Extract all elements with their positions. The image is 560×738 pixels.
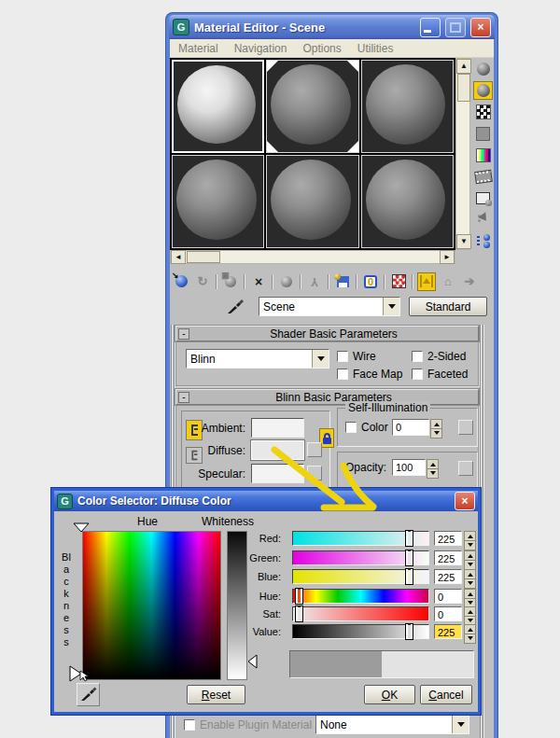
opacity-map-button[interactable] xyxy=(458,461,473,476)
sample-slot-5[interactable] xyxy=(266,155,358,248)
diffuse-color-swatch[interactable] xyxy=(251,440,304,460)
opacity-value-field[interactable]: 100 xyxy=(392,459,426,476)
blue-spinner[interactable] xyxy=(464,569,476,584)
sat-value-field[interactable]: 0 xyxy=(434,606,462,621)
material-type-button[interactable]: Standard xyxy=(409,297,487,316)
video-color-check-icon[interactable] xyxy=(473,146,493,164)
combo-dropdown-icon[interactable] xyxy=(383,298,399,315)
scroll-right-icon[interactable]: ► xyxy=(440,250,455,264)
slider-handle[interactable] xyxy=(406,550,413,565)
spinner-up-icon[interactable] xyxy=(430,419,442,429)
menu-material[interactable]: Material xyxy=(178,42,218,55)
sat-slider[interactable] xyxy=(292,606,429,621)
blinn-rollout-header[interactable]: - Blinn Basic Parameters xyxy=(175,389,479,405)
make-material-copy-icon[interactable] xyxy=(277,272,296,291)
assign-material-to-selection-icon[interactable]: ▣ xyxy=(221,272,240,291)
green-slider[interactable] xyxy=(292,550,429,565)
self-illum-color-checkbox[interactable] xyxy=(345,422,357,433)
backlight-icon[interactable] xyxy=(473,81,493,100)
red-slider[interactable] xyxy=(292,531,429,546)
scroll-up-icon[interactable]: ▲ xyxy=(456,59,471,74)
specular-map-button[interactable] xyxy=(307,466,322,480)
menu-navigation[interactable]: Navigation xyxy=(234,42,287,55)
sat-spinner[interactable] xyxy=(464,606,476,621)
scroll-left-icon[interactable]: ◄ xyxy=(171,250,186,264)
sample-screen-color-button[interactable] xyxy=(77,683,100,706)
sample-slot-2[interactable] xyxy=(266,60,358,153)
wire-checkbox[interactable] xyxy=(337,351,348,362)
make-unique-icon[interactable]: Y xyxy=(305,272,324,291)
whiteness-marker-icon[interactable] xyxy=(247,654,258,669)
self-illum-map-button[interactable] xyxy=(458,420,473,435)
put-material-to-scene-icon[interactable]: ↻ xyxy=(193,272,212,291)
red-spinner[interactable] xyxy=(464,531,476,546)
collapse-icon[interactable]: - xyxy=(178,328,189,340)
sample-slot-3[interactable] xyxy=(361,60,454,153)
red-value-field[interactable]: 225 xyxy=(434,531,462,546)
put-to-library-icon[interactable] xyxy=(333,272,352,291)
hue-blackness-gradient[interactable] xyxy=(82,531,221,680)
color-selector-titlebar[interactable]: G Color Selector: Diffuse Color × xyxy=(54,491,478,511)
material-id-channel-icon[interactable]: 0 xyxy=(361,272,380,291)
shader-type-combo[interactable]: Blinn xyxy=(186,349,329,369)
shader-rollout-header[interactable]: - Shader Basic Parameters xyxy=(175,326,479,341)
collapse-icon[interactable]: - xyxy=(178,392,189,403)
combo-dropdown-icon[interactable] xyxy=(452,716,469,733)
slider-handle[interactable] xyxy=(296,589,302,604)
opacity-spinner[interactable] xyxy=(427,459,439,476)
blue-value-field[interactable]: 225 xyxy=(434,569,462,584)
self-illum-spinner[interactable] xyxy=(430,419,442,436)
hue-spinner[interactable] xyxy=(464,589,476,604)
slider-handle[interactable] xyxy=(406,624,413,639)
scroll-down-icon[interactable]: ▼ xyxy=(456,234,471,249)
horizontal-scroll-thumb[interactable] xyxy=(187,251,220,263)
reset-button[interactable]: Reset xyxy=(187,685,245,704)
background-checker-icon[interactable] xyxy=(473,103,493,121)
go-to-parent-icon[interactable]: ⌂ xyxy=(439,272,457,291)
reset-map-material-icon[interactable]: × xyxy=(249,272,268,291)
go-forward-to-sibling-icon[interactable]: ➔ xyxy=(460,272,479,291)
slots-vertical-scrollbar[interactable]: ▲ ▼ xyxy=(455,58,470,250)
face-map-checkbox[interactable] xyxy=(337,369,348,380)
ambient-color-swatch[interactable] xyxy=(251,418,304,438)
specular-color-swatch[interactable] xyxy=(251,464,304,483)
select-by-material-icon[interactable] xyxy=(473,210,493,229)
sample-slot-1-active[interactable] xyxy=(172,60,264,153)
make-preview-icon[interactable] xyxy=(473,167,493,186)
slider-handle[interactable] xyxy=(406,531,413,546)
sample-type-sphere-icon[interactable] xyxy=(473,60,493,78)
two-sided-checkbox[interactable] xyxy=(412,351,423,362)
slider-handle[interactable] xyxy=(406,569,413,584)
maximize-button[interactable] xyxy=(445,18,466,37)
green-value-field[interactable]: 225 xyxy=(434,550,462,565)
diffuse-map-button[interactable] xyxy=(307,442,322,457)
spinner-down-icon[interactable] xyxy=(430,429,442,439)
value-slider[interactable] xyxy=(292,624,429,639)
show-map-in-viewport-icon[interactable] xyxy=(389,272,408,291)
minimize-button[interactable] xyxy=(420,18,441,37)
enable-plugin-material-checkbox[interactable] xyxy=(184,719,195,731)
self-illum-value-field[interactable]: 0 xyxy=(392,419,429,436)
faceted-checkbox[interactable] xyxy=(412,369,423,380)
spinner-down-icon[interactable] xyxy=(427,469,439,479)
sample-slot-4[interactable] xyxy=(172,155,264,248)
slots-horizontal-scrollbar[interactable]: ◄ ► xyxy=(170,250,455,264)
pick-material-eyedropper-icon[interactable] xyxy=(226,297,245,315)
material-editor-titlebar[interactable]: G Material Editor - Scene × xyxy=(169,15,495,39)
menu-options[interactable]: Options xyxy=(302,42,341,55)
ok-button[interactable]: OK xyxy=(364,685,415,704)
show-end-result-icon[interactable] xyxy=(417,272,436,291)
slider-handle[interactable] xyxy=(296,606,302,621)
sample-uv-tiling-icon[interactable] xyxy=(473,124,493,143)
vertical-scroll-thumb[interactable] xyxy=(457,74,470,102)
green-spinner[interactable] xyxy=(464,550,476,565)
whiteness-bar[interactable] xyxy=(227,531,247,680)
blue-slider[interactable] xyxy=(292,569,429,584)
hue-value-field[interactable]: 0 xyxy=(434,589,462,604)
spinner-up-icon[interactable] xyxy=(427,459,439,469)
combo-dropdown-icon[interactable] xyxy=(312,350,329,368)
material-editor-options-icon[interactable] xyxy=(473,188,493,207)
value-spinner[interactable] xyxy=(464,624,476,639)
material-map-navigator-icon[interactable] xyxy=(473,231,493,250)
hue-slider[interactable] xyxy=(292,589,429,604)
